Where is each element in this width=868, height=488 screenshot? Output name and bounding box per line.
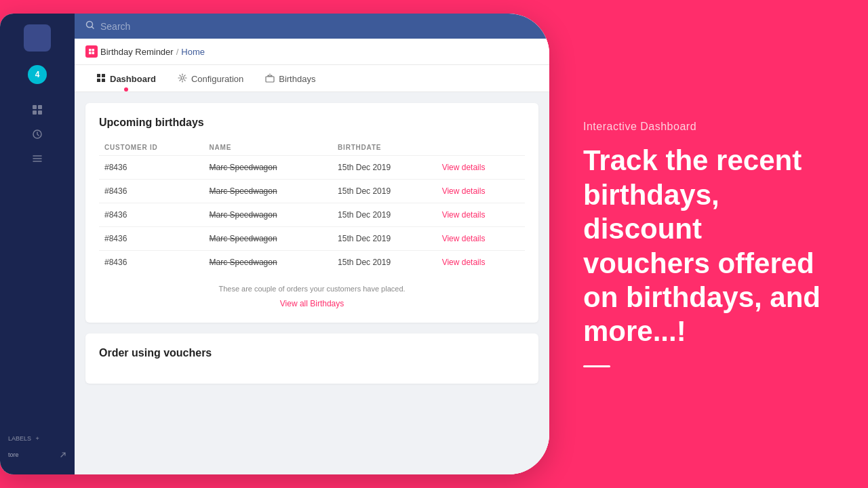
search-input[interactable] (100, 21, 538, 32)
col-actions (437, 140, 525, 156)
breadcrumb: Birthday Reminder / Home (75, 39, 549, 65)
view-details-link[interactable]: View details (442, 210, 486, 220)
sidebar-notification-badge[interactable]: 4 (28, 65, 47, 84)
cell-customer-id: #8436 (99, 203, 204, 227)
cell-action[interactable]: View details (437, 180, 525, 203)
tab-dashboard[interactable]: Dashboard (85, 65, 167, 92)
menu-icon-1 (32, 104, 43, 115)
cell-customer-id: #8436 (99, 156, 204, 180)
table-row: #8436 Marc Speedwagon 15th Dec 2019 View… (99, 251, 525, 274)
tab-birthdays-label: Birthdays (279, 74, 315, 84)
svg-rect-2 (33, 110, 37, 115)
svg-point-14 (181, 77, 184, 79)
breadcrumb-separator: / (176, 47, 179, 57)
tab-dashboard-label: Dashboard (110, 74, 156, 84)
tab-birthdays[interactable]: Birthdays (254, 65, 326, 92)
svg-rect-11 (102, 74, 105, 77)
svg-rect-12 (97, 79, 100, 82)
view-details-link[interactable]: View details (442, 234, 486, 243)
view-details-link[interactable]: View details (442, 258, 486, 267)
birthdays-table: CUSTOMER ID NAME BIRTHDATE #8436 Marc Sp… (99, 140, 525, 274)
col-customer-id: CUSTOMER ID (99, 140, 204, 156)
app-icon (85, 45, 98, 58)
table-row: #8436 Marc Speedwagon 15th Dec 2019 View… (99, 203, 525, 227)
tabs-bar: Dashboard Configuration (75, 65, 549, 92)
cell-action[interactable]: View details (437, 227, 525, 251)
table-footer: These are couple of orders your customer… (99, 285, 525, 309)
cell-name: Marc Speedwagon (204, 180, 333, 203)
cell-customer-id: #8436 (99, 180, 204, 203)
sidebar-logo (24, 24, 51, 52)
tab-configuration[interactable]: Configuration (167, 65, 254, 92)
cell-birthdate: 15th Dec 2019 (332, 180, 437, 203)
view-all-birthdays-link[interactable]: View all Birthdays (280, 299, 344, 308)
upcoming-birthdays-title: Upcoming birthdays (99, 117, 525, 129)
configuration-tab-icon (178, 73, 187, 85)
cell-action[interactable]: View details (437, 156, 525, 180)
breadcrumb-app-name: Birthday Reminder (100, 47, 174, 57)
svg-rect-7 (92, 49, 95, 52)
cell-name: Marc Speedwagon (204, 251, 333, 274)
order-vouchers-card: Order using vouchers (85, 333, 538, 384)
cell-birthdate: 15th Dec 2019 (332, 227, 437, 251)
sidebar: 4 (0, 14, 75, 474)
order-vouchers-title: Order using vouchers (99, 347, 525, 359)
svg-rect-0 (33, 105, 37, 109)
content-area: Upcoming birthdays CUSTOMER ID NAME BIRT… (75, 92, 549, 474)
svg-rect-8 (89, 52, 92, 55)
laptop-wrapper: 4 (0, 0, 556, 488)
sidebar-store-item[interactable]: tore (0, 446, 75, 464)
main-content: Birthday Reminder / Home (75, 14, 549, 474)
cell-customer-id: #8436 (99, 251, 204, 274)
breadcrumb-home-link[interactable]: Home (181, 47, 205, 57)
sidebar-item-unknown2[interactable] (0, 122, 75, 146)
cell-name: Marc Speedwagon (204, 156, 333, 180)
tab-configuration-label: Configuration (191, 74, 243, 84)
menu-icon-3 (32, 153, 43, 164)
upcoming-birthdays-card: Upcoming birthdays CUSTOMER ID NAME BIRT… (85, 103, 538, 323)
svg-rect-3 (38, 110, 42, 115)
cell-action[interactable]: View details (437, 251, 525, 274)
panel-title: Track the recent birthdays, discount vou… (583, 144, 827, 348)
table-row: #8436 Marc Speedwagon 15th Dec 2019 View… (99, 156, 525, 180)
sidebar-add-label-icon[interactable]: + (36, 435, 39, 442)
col-birthdate: BIRTHDATE (332, 140, 437, 156)
svg-rect-15 (266, 77, 274, 82)
panel-subtitle: Interactive Dashboard (583, 121, 827, 133)
menu-icon-2 (32, 129, 43, 140)
view-details-link[interactable]: View details (442, 186, 486, 196)
cell-birthdate: 15th Dec 2019 (332, 156, 437, 180)
right-panel: Interactive Dashboard Track the recent b… (542, 0, 868, 488)
cell-action[interactable]: View details (437, 203, 525, 227)
sidebar-item-unknown1[interactable] (0, 98, 75, 122)
laptop-screen: 4 (0, 14, 549, 474)
sidebar-labels-section: LABELS + (0, 431, 75, 446)
cell-name: Marc Speedwagon (204, 203, 333, 227)
search-bar (75, 14, 549, 39)
cell-name: Marc Speedwagon (204, 227, 333, 251)
cell-customer-id: #8436 (99, 227, 204, 251)
birthdays-tab-icon (265, 73, 275, 85)
dashboard-tab-icon (96, 73, 106, 85)
footer-text: These are couple of orders your customer… (99, 285, 525, 293)
search-icon (85, 20, 95, 32)
sidebar-item-unknown3[interactable] (0, 146, 75, 171)
svg-rect-13 (102, 79, 105, 82)
svg-rect-6 (89, 49, 92, 52)
cell-birthdate: 15th Dec 2019 (332, 251, 437, 274)
table-row: #8436 Marc Speedwagon 15th Dec 2019 View… (99, 227, 525, 251)
svg-rect-9 (92, 52, 95, 55)
app-shell: 4 (0, 14, 549, 474)
cell-birthdate: 15th Dec 2019 (332, 203, 437, 227)
external-link-icon (60, 451, 66, 458)
col-name: NAME (204, 140, 333, 156)
table-row: #8436 Marc Speedwagon 15th Dec 2019 View… (99, 180, 525, 203)
svg-rect-1 (38, 105, 42, 109)
svg-rect-10 (97, 74, 100, 77)
view-details-link[interactable]: View details (442, 163, 486, 172)
panel-divider (583, 365, 610, 367)
page-container: Interactive Dashboard Track the recent b… (0, 0, 868, 488)
